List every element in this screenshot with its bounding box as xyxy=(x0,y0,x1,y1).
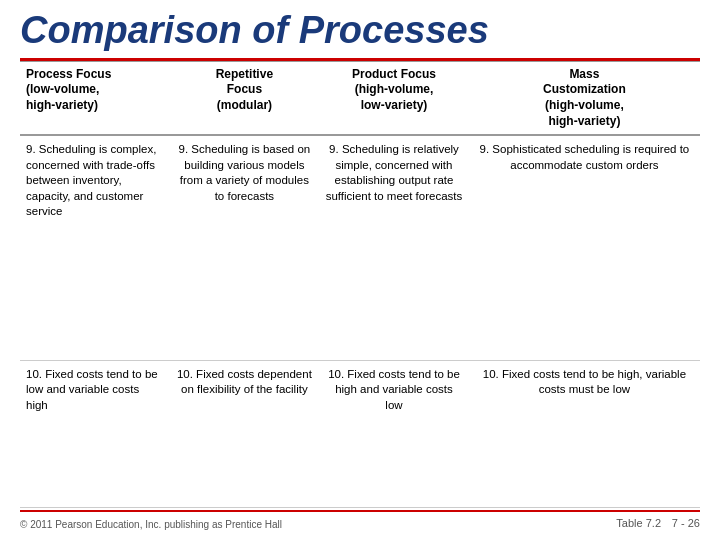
table-cell: 9. Scheduling is based on building vario… xyxy=(170,135,320,360)
table-cell: 9. Sophisticated scheduling is required … xyxy=(469,135,700,360)
table-cell: 10. Fixed costs dependent on flexibility… xyxy=(170,360,320,507)
footer-page-num: 7 - 26 xyxy=(672,517,700,529)
footer-table-label: Table 7.2 xyxy=(616,517,661,529)
footer-copyright: © 2011 Pearson Education, Inc. publishin… xyxy=(20,519,282,530)
page-title: Comparison of Processes xyxy=(20,10,700,52)
table-row: 9. Scheduling is complex, concerned with… xyxy=(20,135,700,360)
table-body: 9. Scheduling is complex, concerned with… xyxy=(20,135,700,507)
col-header-3: Product Focus (high-volume, low-variety) xyxy=(319,61,469,135)
page: Comparison of Processes Process Focus (l… xyxy=(0,0,720,540)
footer-table-ref: Table 7.2 7 - 26 xyxy=(616,515,700,530)
table-cell: 10. Fixed costs tend to be high, variabl… xyxy=(469,360,700,507)
table-cell: 9. Scheduling is relatively simple, conc… xyxy=(319,135,469,360)
footer: © 2011 Pearson Education, Inc. publishin… xyxy=(20,510,700,530)
table-cell: 10. Fixed costs tend to be low and varia… xyxy=(20,360,170,507)
table-cell: 9. Scheduling is complex, concerned with… xyxy=(20,135,170,360)
col-header-2: Repetitive Focus (modular) xyxy=(170,61,320,135)
table-header-row: Process Focus (low-volume, high-variety)… xyxy=(20,61,700,135)
table-row: 10. Fixed costs tend to be low and varia… xyxy=(20,360,700,507)
col-header-4: Mass Customization (high-volume, high-va… xyxy=(469,61,700,135)
comparison-table: Process Focus (low-volume, high-variety)… xyxy=(20,61,700,508)
table-cell: 10. Fixed costs tend to be high and vari… xyxy=(319,360,469,507)
col-header-1: Process Focus (low-volume, high-variety) xyxy=(20,61,170,135)
